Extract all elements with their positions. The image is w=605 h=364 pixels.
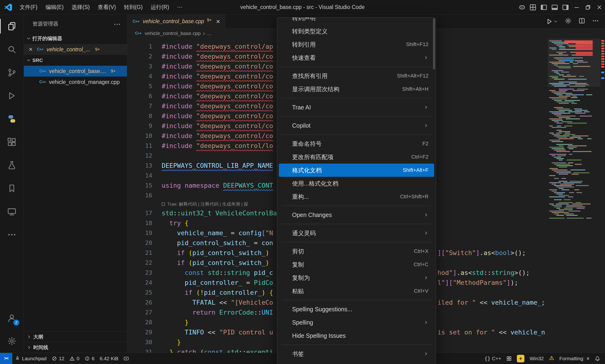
section-大纲[interactable]: 大纲 <box>24 331 127 342</box>
status-right-2-spark[interactable] <box>514 353 527 364</box>
tab-vehicle-control-base[interactable]: C++ vehicle_control_base.cpp 9+ × <box>127 15 225 28</box>
context-menu-item-25[interactable]: 粘贴 Ctrl+V <box>279 284 434 298</box>
activity-item-run-debug[interactable] <box>0 84 24 107</box>
status-right-5-label[interactable]: Formatting:× <box>557 353 592 364</box>
line-number: 6 <box>127 93 152 100</box>
close-editor-icon[interactable]: × <box>28 46 34 53</box>
activity-item-python[interactable] <box>0 107 24 130</box>
line-number: 13 <box>127 162 152 169</box>
activity-item-search[interactable] <box>0 38 24 61</box>
split-editor-button[interactable] <box>579 17 585 26</box>
more-icon <box>592 17 599 24</box>
status-left-2-warning[interactable]: 0 <box>67 353 82 364</box>
context-menu-item-0[interactable]: 转到声明 <box>279 17 434 25</box>
context-menu-item-1[interactable]: 转到类型定义 <box>279 25 434 38</box>
menu-run[interactable]: 运行(R) <box>147 0 173 14</box>
window-close-button[interactable] <box>594 0 605 14</box>
menu-go[interactable]: 转到(G) <box>120 0 146 14</box>
window-maximize-button[interactable] <box>582 0 594 14</box>
file-item[interactable]: C++ vehicle_control_manager.cpp <box>24 77 127 88</box>
remote-indicator[interactable]: >< <box>0 353 12 364</box>
context-menu-item-24[interactable]: 复制为 <box>279 271 434 284</box>
context-menu-item-22[interactable]: 剪切 Ctrl+X <box>279 245 434 258</box>
cpp-file-icon: C++ <box>36 47 44 52</box>
context-menu-item-15[interactable]: 使用...格式化文档 <box>279 177 434 190</box>
context-menu-item-16[interactable]: 重构... Ctrl+Shift+R <box>279 190 434 203</box>
section-open-editors[interactable]: 打开的编辑器 <box>24 33 127 44</box>
editor-gear-button[interactable] <box>565 17 571 26</box>
extensions-icon <box>7 138 16 146</box>
activity-item-account[interactable]: 2 <box>0 306 24 329</box>
context-menu-item-20[interactable]: 通义灵码 <box>279 226 434 240</box>
context-menu-item-5[interactable]: 查找所有引用 Shift+Alt+F12 <box>279 69 434 82</box>
window-minimize-button[interactable] <box>571 0 582 14</box>
toggle-panel-left-button[interactable] <box>538 0 549 14</box>
menu-selection[interactable]: 选择(S) <box>68 0 94 14</box>
context-menu: 转到声明 转到类型定义 转到引用 Shift+F12 快速查看 查找所有引用 S… <box>277 17 436 364</box>
context-menu-item-3[interactable]: 快速查看 <box>279 51 434 64</box>
line-number: 29 <box>127 329 152 336</box>
context-menu-item-12[interactable]: 重命名符号 F2 <box>279 137 434 150</box>
context-menu-item-14[interactable]: 格式化文档 Shift+Alt+F <box>279 164 434 177</box>
status-right-6-bell[interactable] <box>592 353 603 364</box>
activity-item-explorer[interactable] <box>0 15 24 38</box>
menu-overflow[interactable]: ⋯ <box>173 0 187 14</box>
activity-item-testing[interactable] <box>0 154 24 177</box>
context-menu-item-18[interactable]: Open Changes <box>279 208 434 221</box>
spark-icon <box>518 356 523 361</box>
line-number: 4 <box>127 73 152 80</box>
toggle-panel-right-button[interactable] <box>560 0 571 14</box>
breadcrumb-file[interactable]: vehicle_control_base.cpp <box>145 30 201 36</box>
context-menu-item-28[interactable]: Spelling <box>279 316 434 329</box>
status-left-0-launchpad[interactable]: Launchpad <box>12 353 49 364</box>
status-right-4-warning-triangle[interactable] <box>546 353 557 364</box>
activity-item-extensions[interactable] <box>0 130 24 154</box>
context-menu-item-29[interactable]: Hide Spelling Issues <box>279 329 434 342</box>
cpp-file-icon: C++ <box>132 19 140 24</box>
menu-edit[interactable]: 编辑(E) <box>41 0 68 14</box>
section-src[interactable]: SRC <box>24 55 127 66</box>
activity-item-settings-gear[interactable] <box>0 329 24 353</box>
menu-view[interactable]: 查看(V) <box>94 0 120 14</box>
context-menu-item-6[interactable]: 显示调用层次结构 Shift+Alt+H <box>279 82 434 96</box>
activity-item-source-control[interactable] <box>0 61 24 84</box>
minimap[interactable] <box>548 39 600 353</box>
breadcrumb-symbol[interactable]: ... <box>207 30 211 36</box>
line-number: 23 <box>127 269 152 276</box>
toggle-panel-bottom-button[interactable] <box>549 0 560 14</box>
context-menu-item-10[interactable]: Copilot <box>279 119 434 132</box>
line-number: 22 <box>127 259 152 266</box>
dismiss-icon[interactable]: × <box>586 355 590 362</box>
status-left-5-screencast[interactable] <box>121 353 131 364</box>
status-left-4-label[interactable]: 6.42 KiB <box>97 353 121 364</box>
status-right-3-label[interactable]: Win32 <box>527 353 546 364</box>
tab-close-icon[interactable]: × <box>216 18 220 25</box>
status-right-1-grid[interactable] <box>504 353 514 364</box>
context-menu-item-27[interactable]: Spelling Suggestions... <box>279 302 434 316</box>
status-left-1-error[interactable]: 12 <box>49 353 67 364</box>
menu-file[interactable]: 文件(F) <box>16 0 41 14</box>
open-editor-item[interactable]: ×C++ vehicle_control_... 9+ <box>24 44 127 55</box>
status-left-3-info[interactable]: 6 <box>82 353 97 364</box>
context-menu-item-31[interactable]: 书签 <box>279 347 434 361</box>
context-menu-item-2[interactable]: 转到引用 Shift+F12 <box>279 38 434 51</box>
layout-grid-button[interactable] <box>528 0 538 14</box>
section-时间线[interactable]: 时间线 <box>24 342 127 353</box>
activity-item-more[interactable] <box>0 223 24 246</box>
context-menu-item-13[interactable]: 更改所有匹配项 Ctrl+F2 <box>279 150 434 164</box>
file-item[interactable]: C++ vehicle_control_base.... 9+ <box>24 66 127 77</box>
copilot-button[interactable] <box>517 0 528 14</box>
status-right-0-braces[interactable]: {}C++ <box>482 353 504 364</box>
error-icon <box>52 356 57 361</box>
activity-item-remote-explorer[interactable] <box>0 200 24 223</box>
menu-scrollbar[interactable] <box>433 18 435 69</box>
close-icon <box>596 4 602 10</box>
activity-item-bookmarks[interactable] <box>0 177 24 200</box>
context-menu-item-23[interactable]: 复制 Ctrl+C <box>279 258 434 271</box>
more-actions-button[interactable] <box>592 17 599 26</box>
grid-icon <box>506 356 512 361</box>
run-button[interactable] <box>546 18 558 25</box>
context-menu-item-8[interactable]: Trae AI <box>279 101 434 114</box>
overview-ruler[interactable] <box>600 39 605 353</box>
sidebar-more-actions-icon[interactable]: ⋯ <box>114 20 121 28</box>
